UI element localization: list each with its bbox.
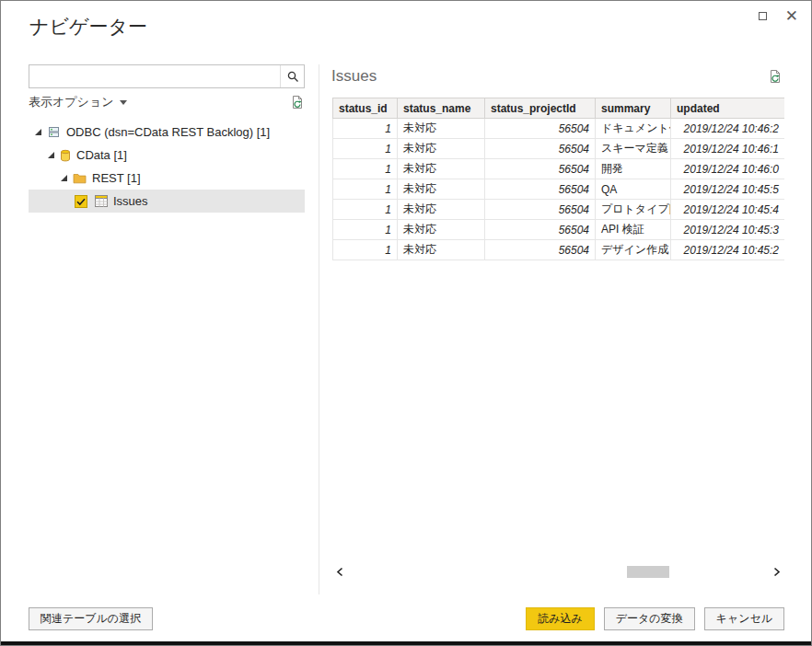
chevron-right-icon <box>772 567 781 577</box>
cell-status-id: 1 <box>333 200 398 220</box>
window-bottom-edge <box>1 641 811 645</box>
column-header: updated <box>671 98 785 119</box>
cell-updated: 2019/12/24 10:46:0 <box>671 159 785 179</box>
cell-summary: QA <box>596 179 671 200</box>
cell-summary: ドキュメント作成 <box>596 119 671 139</box>
cell-status-projectid: 56504 <box>485 139 596 159</box>
scroll-left-button[interactable] <box>336 567 344 577</box>
file-refresh-icon <box>290 95 305 110</box>
transform-data-button[interactable]: データの変換 <box>604 607 695 630</box>
column-header: summary <box>596 98 671 119</box>
search-button[interactable] <box>280 65 304 87</box>
expander-icon[interactable] <box>47 151 55 159</box>
cell-status-projectid: 56504 <box>485 179 596 200</box>
tree-item-label: REST [1] <box>92 171 141 185</box>
navigator-tree: ODBC (dsn=CData REST Backlog) [1] CData … <box>29 121 305 213</box>
file-refresh-icon <box>768 69 783 84</box>
table-row: 1 未対応 56504 API 検証 2019/12/24 10:45:3 <box>333 220 785 240</box>
column-header: status_id <box>333 98 398 119</box>
issues-checkbox[interactable] <box>75 195 87 208</box>
maximize-button[interactable] <box>759 7 767 24</box>
cell-summary: 開発 <box>596 159 671 179</box>
cell-status-name: 未対応 <box>398 179 485 200</box>
cell-updated: 2019/12/24 10:45:2 <box>671 240 785 260</box>
load-button[interactable]: 読み込み <box>526 607 595 630</box>
expander-icon[interactable] <box>60 174 68 182</box>
close-icon: ✕ <box>785 7 798 25</box>
table-icon <box>95 195 108 207</box>
preview-title: Issues <box>331 67 377 86</box>
cell-status-projectid: 56504 <box>485 200 596 220</box>
cell-status-projectid: 56504 <box>485 159 596 179</box>
horizontal-scrollbar[interactable] <box>332 563 784 581</box>
table-row: 1 未対応 56504 ドキュメント作成 2019/12/24 10:46:2 <box>333 119 785 139</box>
cell-status-name: 未対応 <box>398 119 485 139</box>
tree-item-label: ODBC (dsn=CData REST Backlog) [1] <box>66 125 270 139</box>
table-header-row: status_id status_name status_projectId s… <box>333 98 785 119</box>
search-icon <box>286 70 299 83</box>
preview-table: status_id status_name status_projectId s… <box>332 98 784 265</box>
cell-status-id: 1 <box>333 179 398 200</box>
cell-status-name: 未対応 <box>398 139 485 159</box>
cell-summary: デザイン作成 <box>596 240 671 260</box>
cell-status-id: 1 <box>333 240 398 260</box>
cell-status-id: 1 <box>333 220 398 240</box>
tree-item-odbc[interactable]: ODBC (dsn=CData REST Backlog) [1] <box>29 121 305 144</box>
tree-item-label: CData [1] <box>76 148 127 162</box>
cell-status-name: 未対応 <box>398 200 485 220</box>
refresh-preview-button[interactable] <box>768 69 783 84</box>
tree-item-issues[interactable]: Issues <box>29 190 305 213</box>
tree-item-rest[interactable]: REST [1] <box>29 167 305 190</box>
cell-status-projectid: 56504 <box>485 240 596 260</box>
cell-updated: 2019/12/24 10:45:5 <box>671 179 785 200</box>
search-box <box>29 64 305 88</box>
cell-summary: スキーマ定義 <box>596 139 671 159</box>
table-row: 1 未対応 56504 開発 2019/12/24 10:46:0 <box>333 159 785 179</box>
cell-updated: 2019/12/24 10:46:1 <box>671 139 785 159</box>
select-related-tables-button[interactable]: 関連テーブルの選択 <box>29 607 153 630</box>
folder-icon <box>73 173 87 184</box>
cell-summary: プロトタイプ開発 <box>596 200 671 220</box>
display-options-dropdown[interactable]: 表示オプション <box>29 94 127 110</box>
odbc-server-icon <box>47 126 61 139</box>
refresh-tree-button[interactable] <box>290 95 305 110</box>
scrollbar-thumb[interactable] <box>627 566 669 578</box>
cell-status-id: 1 <box>333 139 398 159</box>
checkbox-checked-icon <box>75 195 87 208</box>
tree-item-label: Issues <box>113 194 148 208</box>
display-options-row: 表示オプション <box>29 93 305 111</box>
cancel-button[interactable]: キャンセル <box>704 607 784 630</box>
footer-actions: 読み込み データの変換 キャンセル <box>526 607 784 630</box>
cell-status-name: 未対応 <box>398 220 485 240</box>
column-header: status_projectId <box>485 98 596 119</box>
cell-updated: 2019/12/24 10:46:2 <box>671 119 785 139</box>
table-row: 1 未対応 56504 QA 2019/12/24 10:45:5 <box>333 179 785 200</box>
caret-down-icon <box>120 100 127 105</box>
table-row: 1 未対応 56504 スキーマ定義 2019/12/24 10:46:1 <box>333 139 785 159</box>
tree-item-cdata[interactable]: CData [1] <box>29 144 305 167</box>
cell-status-id: 1 <box>333 119 398 139</box>
cell-summary: API 検証 <box>596 220 671 240</box>
database-icon <box>60 149 71 162</box>
chevron-left-icon <box>336 567 344 577</box>
search-input[interactable] <box>29 65 280 87</box>
panel-divider <box>319 64 319 594</box>
close-button[interactable]: ✕ <box>785 8 798 24</box>
maximize-icon <box>759 12 767 20</box>
scroll-right-button[interactable] <box>772 567 781 577</box>
cell-status-name: 未対応 <box>398 159 485 179</box>
page-title: ナビゲーター <box>29 14 147 40</box>
cell-updated: 2019/12/24 10:45:4 <box>671 200 785 220</box>
table-row: 1 未対応 56504 デザイン作成 2019/12/24 10:45:2 <box>333 240 785 260</box>
cell-status-id: 1 <box>333 159 398 179</box>
expander-icon[interactable] <box>34 128 42 136</box>
cell-status-projectid: 56504 <box>485 119 596 139</box>
cell-status-projectid: 56504 <box>485 220 596 240</box>
column-header: status_name <box>398 98 485 119</box>
navigator-dialog: ナビゲーター ✕ 表示オプション <box>0 0 812 646</box>
cell-status-name: 未対応 <box>398 240 485 260</box>
table-row: 1 未対応 56504 プロトタイプ開発 2019/12/24 10:45:4 <box>333 200 785 220</box>
cell-updated: 2019/12/24 10:45:3 <box>671 220 785 240</box>
display-options-label: 表示オプション <box>29 94 114 110</box>
window-controls: ✕ <box>759 6 798 25</box>
